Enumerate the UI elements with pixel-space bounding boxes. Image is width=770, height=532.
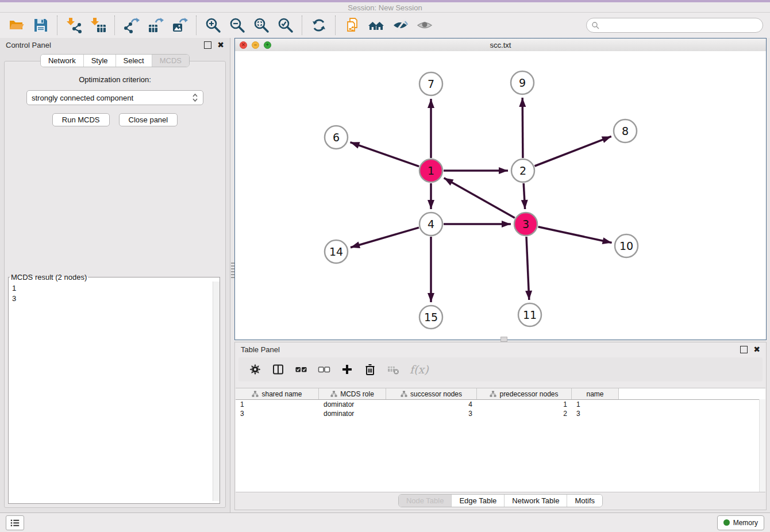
close-panel-button[interactable]: Close panel [119,113,178,126]
table-tab-motifs[interactable]: Motifs [567,495,602,507]
float-table-panel-icon[interactable] [740,346,748,353]
zoom-in-button[interactable] [201,15,225,36]
refresh-view-button[interactable] [307,15,331,36]
delete-column-button[interactable] [361,361,379,378]
cell-mcds-role: dominator [319,410,386,418]
svg-text:2: 2 [519,164,526,177]
memory-button[interactable]: Memory [717,515,764,530]
svg-text:4: 4 [428,218,434,230]
node-table: shared nameMCDS rolesuccessor nodesprede… [236,388,765,492]
node-2[interactable]: 2 [511,159,534,182]
table-splitter-handle[interactable] [500,337,507,342]
control-panel-header: Control Panel ✖ [0,38,230,52]
svg-text:11: 11 [523,309,537,321]
tab-style[interactable]: Style [83,55,116,67]
export-network-button[interactable] [120,15,144,36]
search-input[interactable] [599,21,758,30]
show-all-button[interactable] [413,15,437,36]
table-scrollbar[interactable] [759,399,765,492]
cell-name: 3 [572,410,619,418]
node-9[interactable]: 9 [511,71,534,94]
cell-shared-name: 3 [236,410,319,418]
cell-successor-nodes: 4 [386,400,477,408]
cell-predecessor-nodes: 1 [477,400,572,408]
node-1[interactable]: 1 [419,159,442,182]
task-history-button[interactable] [6,515,24,530]
home-layout-button[interactable] [364,15,388,36]
export-table-button[interactable] [144,15,168,36]
table-tab-edge-table[interactable]: Edge Table [451,495,504,507]
zoom-out-icon [229,17,246,34]
table-row[interactable]: 3dominator323 [236,409,765,418]
close-table-panel-icon[interactable]: ✖ [753,346,760,353]
cell-successor-nodes: 3 [386,410,477,418]
edge-2-3[interactable] [523,183,525,209]
edge-3-11[interactable] [526,237,529,300]
column-header-predecessor-nodes[interactable]: predecessor nodes [477,388,572,399]
cell-shared-name: 1 [236,400,319,408]
node-8[interactable]: 8 [614,119,637,142]
search-field[interactable] [586,18,763,33]
node-10[interactable]: 10 [615,234,638,257]
import-network-button[interactable] [62,15,86,36]
select-all-button[interactable] [292,361,310,378]
node-14[interactable]: 14 [325,240,348,263]
tab-network[interactable]: Network [41,55,83,67]
refresh-icon [310,17,328,34]
edge-1-6[interactable] [351,142,419,167]
list-icon [10,518,20,528]
node-4[interactable]: 4 [419,213,442,236]
save-session-button[interactable] [29,15,53,36]
table-row[interactable]: 1dominator411 [236,400,765,409]
table-header-row: shared nameMCDS rolesuccessor nodesprede… [236,388,765,400]
edge-3-10[interactable] [538,227,612,243]
node-11[interactable]: 11 [518,303,541,326]
window-titlebar: Session: New Session [0,0,770,13]
function-builder-button[interactable]: f(x) [410,363,429,376]
table-tab-network-table[interactable]: Network Table [504,495,567,507]
column-header-mcds-role[interactable]: MCDS role [319,388,386,399]
column-header-shared-name[interactable]: shared name [236,388,319,399]
table-tab-node-table[interactable]: Node Table [399,495,452,507]
node-7[interactable]: 7 [419,72,442,95]
split-panel-button[interactable] [270,361,287,378]
import-table-button[interactable] [86,15,110,36]
window-title: Session: New Session [0,3,770,12]
column-header-successor-nodes[interactable]: successor nodes [386,388,477,399]
float-panel-icon[interactable] [204,41,211,49]
network-canvas[interactable]: 7968124314101511 [235,51,766,340]
close-panel-icon[interactable]: ✖ [217,42,224,48]
memory-label: Memory [733,519,758,527]
node-3[interactable]: 3 [514,213,537,236]
panel-splitter-handle[interactable] [231,263,234,279]
node-6[interactable]: 6 [325,126,348,149]
eye-icon [416,17,433,34]
criterion-dropdown[interactable]: strongly connected component [26,90,203,105]
delete-table-button[interactable] [384,361,402,378]
hide-selected-button[interactable] [388,15,413,36]
column-header-name[interactable]: name [572,388,619,399]
run-mcds-button[interactable]: Run MCDS [52,113,110,126]
result-scrollbar[interactable] [213,282,220,501]
copy-documents-icon [344,17,361,34]
zoom-selected-button[interactable] [274,15,298,36]
tab-select[interactable]: Select [116,55,152,67]
export-table-icon [147,17,164,34]
svg-text:14: 14 [329,245,343,258]
edge-3-1[interactable] [444,178,515,218]
cell-name: 1 [572,400,619,408]
zoom-fit-button[interactable] [249,15,274,36]
table-options-button[interactable] [247,361,264,378]
copy-view-button[interactable] [340,15,364,36]
edge-2-8[interactable] [535,136,611,166]
add-column-button[interactable] [338,361,356,378]
edge-2-9[interactable] [522,98,523,158]
tab-mcds[interactable]: MCDS [152,55,189,67]
deselect-all-button[interactable] [315,361,333,378]
search-icon [591,21,599,29]
zoom-out-button[interactable] [225,15,249,36]
node-15[interactable]: 15 [419,306,442,329]
export-image-button[interactable] [168,15,192,36]
open-file-button[interactable] [5,15,29,36]
edge-4-14[interactable] [351,228,419,248]
